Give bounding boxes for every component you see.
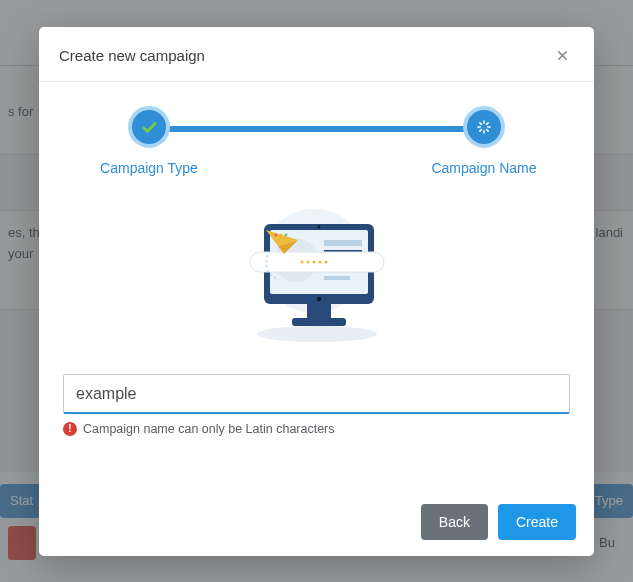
svg-rect-25 (250, 252, 384, 272)
svg-point-35 (274, 234, 277, 237)
step-label: Campaign Type (89, 160, 209, 176)
campaign-name-field-wrap: ! Campaign name can only be Latin charac… (63, 374, 570, 436)
modal-footer: Back Create (39, 490, 594, 556)
svg-point-34 (316, 297, 320, 301)
svg-line-9 (480, 130, 482, 132)
svg-point-29 (318, 260, 321, 263)
step-bubble-done (128, 106, 170, 148)
validation-error: ! Campaign name can only be Latin charac… (63, 422, 570, 436)
svg-rect-16 (307, 304, 331, 318)
spinner-icon (475, 118, 493, 136)
create-campaign-modal: Create new campaign Campaign Type (39, 27, 594, 556)
modal-body: Campaign Type (39, 82, 594, 490)
campaign-name-input[interactable] (63, 374, 570, 414)
error-text: Campaign name can only be Latin characte… (83, 422, 335, 436)
svg-rect-19 (324, 240, 362, 246)
svg-line-11 (480, 123, 482, 125)
campaign-illustration (232, 206, 402, 346)
step-label: Campaign Name (424, 160, 544, 176)
svg-rect-17 (292, 318, 346, 326)
close-icon (556, 49, 569, 62)
step-campaign-name[interactable]: Campaign Name (424, 106, 544, 176)
modal-header: Create new campaign (39, 27, 594, 82)
svg-point-37 (284, 234, 287, 237)
svg-point-26 (300, 260, 303, 263)
create-button[interactable]: Create (498, 504, 576, 540)
svg-point-28 (312, 260, 315, 263)
svg-point-27 (306, 260, 309, 263)
svg-line-5 (487, 123, 489, 125)
monitor-illustration-icon (232, 206, 402, 346)
svg-point-36 (279, 234, 282, 237)
step-bubble-active (463, 106, 505, 148)
error-icon: ! (63, 422, 77, 436)
wizard-stepper: Campaign Type (99, 106, 534, 182)
svg-rect-24 (324, 276, 350, 280)
svg-point-12 (257, 326, 377, 342)
svg-point-33 (317, 226, 320, 229)
modal-title: Create new campaign (59, 47, 205, 64)
back-button[interactable]: Back (421, 504, 488, 540)
svg-line-7 (487, 130, 489, 132)
close-button[interactable] (550, 43, 574, 67)
check-icon (140, 118, 158, 136)
step-campaign-type[interactable]: Campaign Type (89, 106, 209, 176)
svg-point-30 (324, 260, 327, 263)
